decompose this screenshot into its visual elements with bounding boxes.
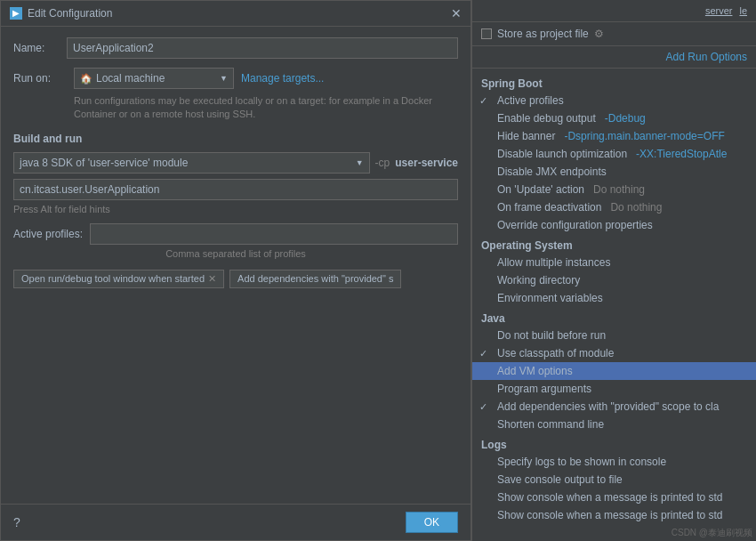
le-link[interactable]: le [739,5,747,16]
menu-item-save-console[interactable]: Save console output to file [472,471,756,489]
menu-item-program-args[interactable]: Program arguments [472,380,756,398]
help-text: Run configurations may be executed local… [74,94,458,122]
menu-item-show-console-1[interactable]: Show console when a message is printed t… [472,489,756,506]
menu-item-active-profiles[interactable]: ✓ Active profiles [472,92,756,109]
add-run-options[interactable]: Add Run Options [472,46,756,69]
menu-item-working-dir[interactable]: Working directory [472,271,756,289]
menu-item-label: Hide banner [497,130,555,142]
spring-boot-section-title: Spring Boot [472,72,756,92]
ok-button[interactable]: OK [406,512,458,533]
titlebar-left: ▶ Edit Configuration [10,7,112,20]
menu-item-shorten-cmd[interactable]: Shorten command line [472,416,756,433]
menu-item-override-config[interactable]: Override configuration properties [472,216,756,234]
menu-item-use-classpath[interactable]: ✓ Use classpath of module [472,344,756,362]
right-menu: Spring Boot ✓ Active profiles Enable deb… [472,69,756,541]
menu-item-label: Disable launch optimization [497,148,627,160]
menu-item-label: Show console when a message is printed t… [497,509,722,521]
checkmark-icon: ✓ [479,401,492,413]
menu-item-label: Allow multiple instances [497,256,610,269]
tag-open-window-close[interactable]: ✕ [208,273,216,285]
os-section-title: Operating System [472,234,756,254]
menu-item-no-build[interactable]: Do not build before run [472,327,756,344]
menu-item-label: Use classpath of module [497,347,614,359]
dropdown-arrow-icon: ▼ [220,74,228,83]
sdk-row: java 8 SDK of 'user-service' module ▼ -c… [13,152,458,174]
name-input[interactable] [67,37,458,59]
sdk-value: java 8 SDK of 'user-service' module [20,157,188,169]
menu-item-disable-jmx[interactable]: Disable JMX endpoints [472,163,756,181]
close-button[interactable]: ✕ [451,6,462,20]
right-panel-header: server le [472,0,756,22]
gear-icon[interactable]: ⚙ [594,28,604,40]
tag-add-deps: Add dependencies with "provided" s [229,270,401,288]
menu-item-multiple-instances[interactable]: Allow multiple instances [472,254,756,271]
run-on-row: Run on: 🏠 Local machine ▼ Manage targets… [13,68,458,89]
run-icon: 🏠 [80,73,92,85]
tags-row: Open run/debug tool window when started … [13,270,458,288]
menu-item-label: Do not build before run [497,329,606,342]
cp-value: user-service [395,157,458,169]
logs-section-title: Logs [472,433,756,453]
field-hint: Press Alt for field hints [13,204,458,214]
menu-item-label: Specify logs to be shown in console [497,456,666,468]
active-profiles-row: Active profiles: [13,223,458,245]
menu-item-label: Show console when a message is printed t… [497,491,722,504]
menu-item-label: Environment variables [497,292,603,304]
dialog-body: Name: Run on: 🏠 Local machine ▼ Manage t… [1,27,470,504]
menu-item-label: On frame deactivation [497,201,601,214]
checkmark-icon: ✓ [479,348,492,359]
menu-item-value-gray: Do nothing [593,183,645,196]
watermark: CSDN @泰迪刷视频 [668,525,756,541]
tag-open-window: Open run/debug tool window when started … [13,270,224,288]
menu-item-label: Working directory [497,274,580,287]
menu-item-value: -Dspring.main.banner-mode=OFF [564,130,724,142]
active-profiles-label: Active profiles: [13,228,83,240]
menu-item-label: Disable JMX endpoints [497,166,607,178]
help-icon[interactable]: ? [13,515,20,529]
right-panel: server le Store as project file ⚙ Add Ru… [471,0,756,541]
menu-item-label: Enable debug output [497,112,596,125]
menu-item-label: Program arguments [497,383,591,395]
menu-item-label: Active profiles [497,94,564,107]
menu-item-frame-deactivation[interactable]: On frame deactivation Do nothing [472,198,756,216]
manage-targets-link[interactable]: Manage targets... [241,72,324,85]
store-checkbox[interactable] [481,28,492,39]
menu-item-env-vars[interactable]: Environment variables [472,289,756,307]
dialog-title: Edit Configuration [28,7,112,20]
menu-item-value: -Ddebug [605,112,646,125]
tag-add-deps-label: Add dependencies with "provided" s [237,273,393,284]
sdk-arrow-icon: ▼ [356,158,364,167]
sdk-dropdown[interactable]: java 8 SDK of 'user-service' module ▼ [13,152,370,174]
checkmark-icon: ✓ [479,95,492,107]
build-run-section: Build and run java 8 SDK of 'user-servic… [13,133,458,288]
menu-item-label: Shorten command line [497,418,604,431]
menu-item-label: Add dependencies with "provided" scope t… [497,400,719,413]
run-on-label: Run on: [13,72,67,85]
main-class-input[interactable] [13,179,458,200]
java-section-title: Java [472,307,756,327]
run-on-value: Local machine [96,72,165,85]
active-profiles-input[interactable] [90,223,458,245]
store-row: Store as project file ⚙ [472,22,756,46]
menu-item-value-gray: Do nothing [610,201,662,214]
dialog-icon: ▶ [10,7,22,20]
menu-item-enable-debug[interactable]: Enable debug output -Ddebug [472,109,756,127]
menu-item-add-deps[interactable]: ✓ Add dependencies with "provided" scope… [472,398,756,416]
dialog-footer: ? OK [1,504,470,540]
menu-item-disable-launch[interactable]: Disable launch optimization -XX:TieredSt… [472,145,756,163]
server-link[interactable]: server [705,5,733,16]
menu-item-show-console-2[interactable]: Show console when a message is printed t… [472,506,756,524]
menu-item-hide-banner[interactable]: Hide banner -Dspring.main.banner-mode=OF… [472,127,756,145]
cp-label: -cp [375,157,390,169]
name-label: Name: [13,42,67,54]
edit-configuration-dialog: ▶ Edit Configuration ✕ Name: Run on: 🏠 L… [0,0,471,541]
menu-item-update-action[interactable]: On 'Update' action Do nothing [472,181,756,198]
build-run-title: Build and run [13,133,458,145]
menu-item-label: Save console output to file [497,473,623,486]
menu-item-label: Override configuration properties [497,219,653,231]
menu-item-specify-logs[interactable]: Specify logs to be shown in console [472,453,756,471]
menu-item-add-vm-options[interactable]: Add VM options [472,362,756,380]
menu-item-label: Add VM options [497,365,573,377]
run-on-dropdown[interactable]: 🏠 Local machine ▼ [74,68,234,89]
tag-open-window-label: Open run/debug tool window when started [21,273,205,284]
